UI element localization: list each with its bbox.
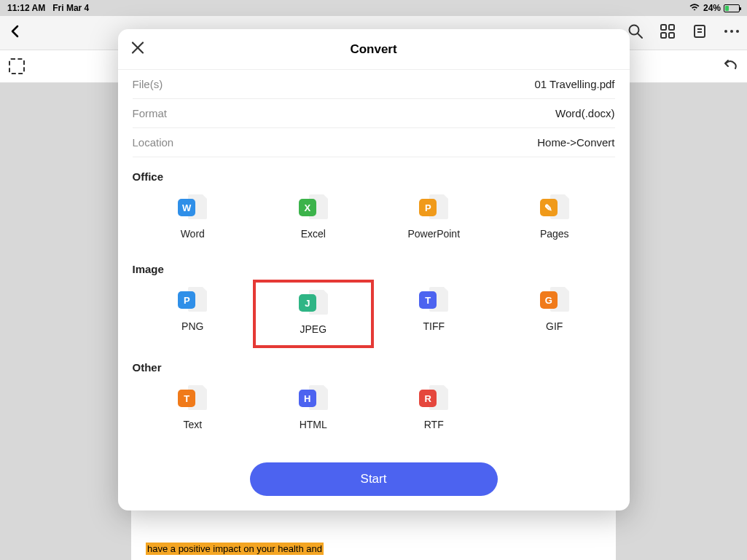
- svg-point-11: [736, 30, 739, 33]
- format-rtf[interactable]: RRTF: [374, 378, 495, 441]
- format-excel[interactable]: XExcel: [253, 187, 374, 250]
- html-icon: H: [299, 384, 328, 413]
- pages-icon: ✎: [540, 193, 569, 222]
- location-row[interactable]: Location Home->Convert: [133, 128, 615, 157]
- svg-line-1: [638, 33, 642, 38]
- format-html[interactable]: HHTML: [253, 378, 374, 441]
- svg-rect-2: [661, 25, 666, 30]
- section-other-title: Other: [118, 348, 630, 378]
- status-time: 11:12 AM: [7, 3, 45, 13]
- image-grid: PPNGJJPEGTTIFFGGIF: [118, 280, 630, 348]
- office-grid: WWordXExcelPPowerPoint✎Pages: [118, 187, 630, 250]
- format-pages[interactable]: ✎Pages: [494, 187, 615, 250]
- svg-rect-5: [669, 33, 674, 38]
- files-label: File(s): [133, 78, 163, 90]
- format-label: HTML: [300, 419, 327, 430]
- search-icon[interactable]: [627, 23, 644, 39]
- close-button[interactable]: [131, 41, 144, 58]
- location-label: Location: [133, 136, 174, 149]
- more-icon[interactable]: [724, 23, 740, 39]
- format-label: PNG: [181, 320, 203, 332]
- other-grid: TTextHHTMLRRTF: [118, 378, 630, 441]
- excel-icon: X: [299, 193, 328, 222]
- format-label: PowerPoint: [407, 228, 460, 240]
- format-label: JPEG: [300, 323, 326, 335]
- battery-pct: 24%: [703, 3, 721, 13]
- battery-icon: [724, 4, 740, 12]
- start-button[interactable]: Start: [250, 462, 498, 496]
- toolbar-right-icons: [627, 23, 740, 39]
- format-label: Excel: [301, 228, 326, 240]
- back-button[interactable]: [9, 23, 22, 42]
- status-bar: 11:12 AM Fri Mar 4 24%: [0, 0, 747, 16]
- format-tiff[interactable]: TTIFF: [374, 280, 495, 348]
- svg-point-10: [730, 30, 733, 33]
- files-value: 01 Travelling.pdf: [534, 78, 614, 90]
- format-text[interactable]: TText: [133, 378, 254, 441]
- crop-icon[interactable]: [9, 58, 25, 74]
- format-label: Text: [183, 419, 202, 430]
- status-date: Fri Mar 4: [52, 3, 89, 13]
- format-png[interactable]: PPNG: [133, 280, 254, 348]
- format-label: Word: [181, 228, 205, 240]
- files-row[interactable]: File(s) 01 Travelling.pdf: [133, 70, 615, 99]
- format-value: Word(.docx): [555, 107, 614, 119]
- format-jpeg[interactable]: JJPEG: [253, 280, 374, 348]
- format-gif[interactable]: GGIF: [494, 280, 615, 348]
- modal-header: Convert: [118, 29, 630, 70]
- format-label: TIFF: [423, 320, 445, 332]
- format-label: Format: [133, 107, 168, 119]
- rtf-icon: R: [419, 384, 448, 413]
- document-highlight-text: have a positive impact on your health an…: [146, 543, 324, 555]
- tiff-icon: T: [419, 285, 448, 315]
- location-value: Home->Convert: [537, 136, 614, 149]
- jpeg-icon: J: [299, 288, 328, 318]
- svg-rect-3: [669, 25, 674, 30]
- format-powerpoint[interactable]: PPowerPoint: [374, 187, 495, 250]
- format-label: RTF: [424, 419, 444, 430]
- text-icon: T: [178, 384, 207, 413]
- format-label: Pages: [540, 228, 569, 240]
- png-icon: P: [178, 285, 207, 315]
- convert-modal: Convert File(s) 01 Travelling.pdf Format…: [118, 29, 630, 510]
- section-image-title: Image: [118, 250, 630, 280]
- wifi-icon: [689, 3, 700, 13]
- format-label: GIF: [546, 320, 563, 332]
- gif-icon: G: [540, 285, 569, 315]
- modal-title: Convert: [350, 42, 396, 57]
- format-word[interactable]: WWord: [133, 187, 254, 250]
- section-office-title: Office: [118, 157, 630, 187]
- undo-icon[interactable]: [722, 57, 738, 76]
- bookmark-icon[interactable]: [692, 23, 708, 39]
- svg-rect-4: [661, 33, 666, 38]
- word-icon: W: [178, 193, 207, 222]
- svg-point-9: [724, 30, 727, 33]
- grid-icon[interactable]: [660, 23, 676, 39]
- format-row[interactable]: Format Word(.docx): [133, 99, 615, 128]
- powerpoint-icon: P: [419, 193, 448, 222]
